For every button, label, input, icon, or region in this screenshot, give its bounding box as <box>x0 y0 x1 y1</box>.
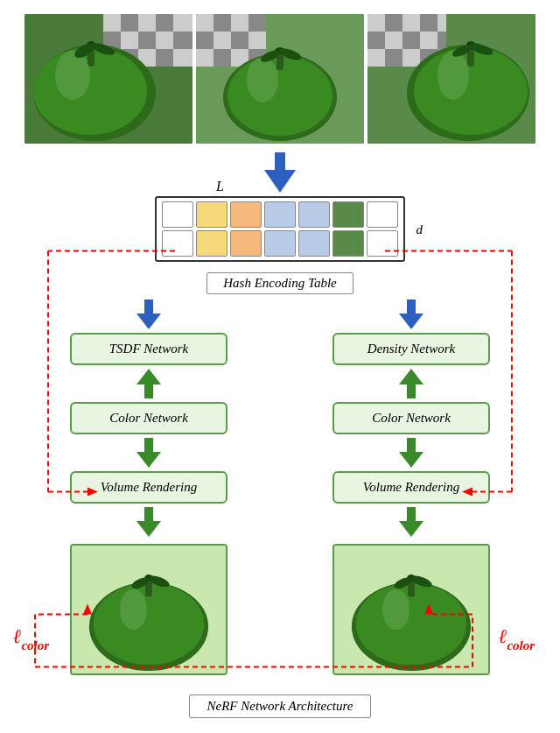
svg-rect-59 <box>402 49 420 67</box>
svg-rect-28 <box>231 14 248 32</box>
svg-rect-31 <box>214 32 231 49</box>
svg-rect-48 <box>385 14 402 32</box>
right-volume-rendering-box: Volume Rendering <box>332 471 490 504</box>
network-columns: TSDF Network Color Network Volume Render… <box>18 296 542 679</box>
hash-cell <box>196 230 228 257</box>
hash-grid <box>162 201 398 257</box>
hash-cell <box>264 201 296 228</box>
svg-rect-9 <box>138 32 156 49</box>
svg-rect-2 <box>103 14 121 32</box>
hash-cell <box>367 201 398 228</box>
svg-rect-35 <box>214 49 231 67</box>
hash-encoding-section: L <box>155 196 405 294</box>
svg-rect-50 <box>420 14 438 32</box>
tsdf-network-box: TSDF Network <box>70 333 228 365</box>
hash-cell <box>298 230 330 257</box>
right-green-arrow-down <box>399 438 424 468</box>
hash-cell <box>298 201 330 228</box>
right-color-network-box: Color Network <box>332 402 490 434</box>
d-label: d <box>416 222 424 236</box>
hash-cell <box>332 201 364 228</box>
left-blue-arrow <box>136 300 161 329</box>
svg-rect-54 <box>402 32 420 49</box>
svg-rect-15 <box>156 49 173 67</box>
svg-point-65 <box>438 51 469 100</box>
svg-rect-53 <box>385 32 402 49</box>
svg-rect-32 <box>231 32 248 49</box>
pepper-image-center <box>196 14 364 144</box>
svg-point-21 <box>55 51 90 100</box>
nerf-architecture-label: NeRF Network Architecture <box>189 694 372 718</box>
svg-rect-5 <box>156 14 173 32</box>
svg-rect-27 <box>214 14 231 32</box>
hash-cell <box>162 201 193 228</box>
svg-rect-29 <box>248 14 266 32</box>
svg-point-81 <box>382 589 410 631</box>
left-green-arrow-down <box>136 438 161 468</box>
svg-rect-51 <box>438 14 446 32</box>
pepper-image-right <box>368 14 536 144</box>
svg-rect-6 <box>173 14 192 32</box>
svg-rect-3 <box>121 14 138 32</box>
svg-rect-47 <box>368 14 385 32</box>
left-color-network-box: Color Network <box>70 402 228 434</box>
svg-rect-8 <box>121 32 138 49</box>
top-images-row <box>0 0 560 152</box>
L-label: L <box>216 179 224 194</box>
svg-rect-33 <box>248 32 266 49</box>
bottom-caption: NeRF Network Architecture <box>189 687 372 718</box>
left-volume-rendering-box: Volume Rendering <box>70 471 228 504</box>
svg-rect-56 <box>438 32 446 49</box>
svg-rect-16 <box>173 49 192 67</box>
hash-cell <box>196 201 228 228</box>
hash-encoding-label: Hash Encoding Table <box>206 272 353 294</box>
right-green-arrow-up <box>399 369 424 398</box>
hash-cell <box>332 230 364 257</box>
pepper-image-left <box>24 14 192 144</box>
right-output-image <box>332 544 490 675</box>
hash-cell <box>162 230 193 257</box>
left-output-image <box>70 544 228 675</box>
svg-rect-52 <box>368 32 385 49</box>
left-green-arrow-up <box>136 369 161 398</box>
svg-point-73 <box>120 589 147 631</box>
svg-rect-34 <box>196 49 214 67</box>
svg-rect-55 <box>420 32 438 49</box>
svg-rect-57 <box>368 49 385 67</box>
left-network-column: TSDF Network Color Network Volume Render… <box>48 296 249 679</box>
svg-point-42 <box>247 57 278 102</box>
right-green-arrow-down2 <box>399 507 424 537</box>
right-network-column: Density Network Color Network Volume Ren… <box>311 296 512 679</box>
main-diagram: L <box>0 0 560 733</box>
svg-rect-49 <box>402 14 420 32</box>
main-arrow-down <box>264 152 296 193</box>
hash-cell <box>230 201 262 228</box>
svg-rect-30 <box>196 32 214 49</box>
hash-table-wrapper: d <box>155 196 405 262</box>
svg-rect-26 <box>196 14 214 32</box>
svg-rect-11 <box>173 32 192 49</box>
right-blue-arrow <box>399 300 424 329</box>
hash-cell <box>230 230 262 257</box>
left-green-arrow-down2 <box>136 507 161 537</box>
hash-cell <box>264 230 296 257</box>
density-network-box: Density Network <box>332 333 490 365</box>
svg-rect-58 <box>385 49 402 67</box>
hash-cell <box>367 230 398 257</box>
svg-rect-4 <box>138 14 156 32</box>
svg-rect-10 <box>156 32 173 49</box>
